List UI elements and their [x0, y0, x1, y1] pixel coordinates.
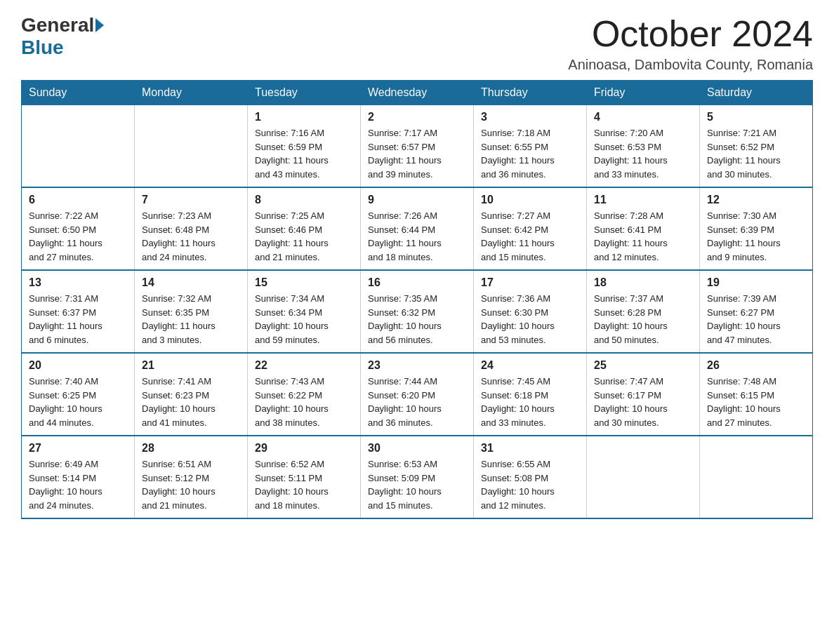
calendar-cell: 28Sunrise: 6:51 AMSunset: 5:12 PMDayligh…	[135, 436, 248, 518]
calendar-cell: 21Sunrise: 7:41 AMSunset: 6:23 PMDayligh…	[135, 353, 248, 436]
day-number: 11	[594, 194, 692, 206]
day-of-week-friday: Friday	[587, 81, 700, 105]
calendar-cell	[135, 105, 248, 188]
day-number: 16	[368, 276, 466, 289]
calendar-cell: 18Sunrise: 7:37 AMSunset: 6:28 PMDayligh…	[587, 270, 700, 353]
day-info: Sunrise: 7:47 AMSunset: 6:17 PMDaylight:…	[594, 375, 692, 429]
day-number: 13	[29, 276, 127, 289]
day-info: Sunrise: 7:31 AMSunset: 6:37 PMDaylight:…	[29, 292, 127, 347]
day-number: 1	[255, 111, 353, 123]
calendar-cell: 22Sunrise: 7:43 AMSunset: 6:22 PMDayligh…	[248, 353, 361, 436]
day-info: Sunrise: 7:28 AMSunset: 6:41 PMDaylight:…	[594, 209, 692, 264]
calendar-header: SundayMondayTuesdayWednesdayThursdayFrid…	[22, 81, 813, 105]
calendar-week-2: 6Sunrise: 7:22 AMSunset: 6:50 PMDaylight…	[22, 187, 813, 270]
calendar-cell: 17Sunrise: 7:36 AMSunset: 6:30 PMDayligh…	[474, 270, 587, 353]
day-info: Sunrise: 7:44 AMSunset: 6:20 PMDaylight:…	[368, 375, 466, 429]
calendar-cell: 1Sunrise: 7:16 AMSunset: 6:59 PMDaylight…	[248, 105, 361, 188]
day-number: 17	[481, 276, 579, 289]
day-info: Sunrise: 7:25 AMSunset: 6:46 PMDaylight:…	[255, 209, 353, 264]
calendar-cell: 23Sunrise: 7:44 AMSunset: 6:20 PMDayligh…	[361, 353, 474, 436]
day-info: Sunrise: 7:37 AMSunset: 6:28 PMDaylight:…	[594, 292, 692, 347]
day-number: 24	[481, 359, 579, 372]
day-number: 29	[255, 442, 353, 455]
day-info: Sunrise: 7:18 AMSunset: 6:55 PMDaylight:…	[481, 126, 579, 181]
day-number: 9	[368, 194, 466, 206]
calendar-cell: 31Sunrise: 6:55 AMSunset: 5:08 PMDayligh…	[474, 436, 587, 518]
day-info: Sunrise: 7:22 AMSunset: 6:50 PMDaylight:…	[29, 209, 127, 264]
calendar-cell: 27Sunrise: 6:49 AMSunset: 5:14 PMDayligh…	[22, 436, 135, 518]
day-number: 6	[29, 194, 127, 206]
calendar-cell: 14Sunrise: 7:32 AMSunset: 6:35 PMDayligh…	[135, 270, 248, 353]
day-info: Sunrise: 7:32 AMSunset: 6:35 PMDaylight:…	[142, 292, 240, 347]
day-of-week-tuesday: Tuesday	[248, 81, 361, 105]
day-info: Sunrise: 6:49 AMSunset: 5:14 PMDaylight:…	[29, 457, 127, 512]
day-info: Sunrise: 7:23 AMSunset: 6:48 PMDaylight:…	[142, 209, 240, 264]
calendar-cell: 19Sunrise: 7:39 AMSunset: 6:27 PMDayligh…	[700, 270, 813, 353]
day-number: 15	[255, 276, 353, 289]
day-of-week-monday: Monday	[135, 81, 248, 105]
calendar-cell: 8Sunrise: 7:25 AMSunset: 6:46 PMDaylight…	[248, 187, 361, 270]
calendar-cell: 5Sunrise: 7:21 AMSunset: 6:52 PMDaylight…	[700, 105, 813, 188]
day-number: 18	[594, 276, 692, 289]
calendar-table: SundayMondayTuesdayWednesdayThursdayFrid…	[21, 80, 813, 519]
calendar-cell: 6Sunrise: 7:22 AMSunset: 6:50 PMDaylight…	[22, 187, 135, 270]
day-of-week-thursday: Thursday	[474, 81, 587, 105]
calendar-cell: 7Sunrise: 7:23 AMSunset: 6:48 PMDaylight…	[135, 187, 248, 270]
day-number: 4	[594, 111, 692, 123]
day-info: Sunrise: 7:41 AMSunset: 6:23 PMDaylight:…	[142, 375, 240, 429]
day-number: 26	[707, 359, 805, 372]
page-header: General Blue October 2024 Aninoasa, Damb…	[21, 14, 813, 73]
calendar-body: 1Sunrise: 7:16 AMSunset: 6:59 PMDaylight…	[22, 105, 813, 519]
calendar-cell: 30Sunrise: 6:53 AMSunset: 5:09 PMDayligh…	[361, 436, 474, 518]
day-number: 27	[29, 442, 127, 455]
day-info: Sunrise: 7:21 AMSunset: 6:52 PMDaylight:…	[707, 126, 805, 181]
calendar-week-4: 20Sunrise: 7:40 AMSunset: 6:25 PMDayligh…	[22, 353, 813, 436]
day-number: 3	[481, 111, 579, 123]
day-number: 23	[368, 359, 466, 372]
calendar-cell: 20Sunrise: 7:40 AMSunset: 6:25 PMDayligh…	[22, 353, 135, 436]
day-info: Sunrise: 6:51 AMSunset: 5:12 PMDaylight:…	[142, 457, 240, 512]
day-info: Sunrise: 7:27 AMSunset: 6:42 PMDaylight:…	[481, 209, 579, 264]
day-info: Sunrise: 7:48 AMSunset: 6:15 PMDaylight:…	[707, 375, 805, 429]
calendar-cell: 24Sunrise: 7:45 AMSunset: 6:18 PMDayligh…	[474, 353, 587, 436]
day-info: Sunrise: 6:55 AMSunset: 5:08 PMDaylight:…	[481, 457, 579, 512]
calendar-cell: 9Sunrise: 7:26 AMSunset: 6:44 PMDaylight…	[361, 187, 474, 270]
calendar-cell	[587, 436, 700, 518]
calendar-cell: 29Sunrise: 6:52 AMSunset: 5:11 PMDayligh…	[248, 436, 361, 518]
calendar-week-3: 13Sunrise: 7:31 AMSunset: 6:37 PMDayligh…	[22, 270, 813, 353]
day-number: 20	[29, 359, 127, 372]
day-info: Sunrise: 7:45 AMSunset: 6:18 PMDaylight:…	[481, 375, 579, 429]
day-info: Sunrise: 6:52 AMSunset: 5:11 PMDaylight:…	[255, 457, 353, 512]
calendar-cell: 10Sunrise: 7:27 AMSunset: 6:42 PMDayligh…	[474, 187, 587, 270]
logo-blue-text: Blue	[21, 36, 64, 59]
day-info: Sunrise: 7:43 AMSunset: 6:22 PMDaylight:…	[255, 375, 353, 429]
location-text: Aninoasa, Dambovita County, Romania	[568, 57, 813, 73]
day-number: 28	[142, 442, 240, 455]
day-info: Sunrise: 6:53 AMSunset: 5:09 PMDaylight:…	[368, 457, 466, 512]
day-number: 30	[368, 442, 466, 455]
calendar-cell: 3Sunrise: 7:18 AMSunset: 6:55 PMDaylight…	[474, 105, 587, 188]
calendar-cell: 12Sunrise: 7:30 AMSunset: 6:39 PMDayligh…	[700, 187, 813, 270]
day-of-week-sunday: Sunday	[22, 81, 135, 105]
day-info: Sunrise: 7:20 AMSunset: 6:53 PMDaylight:…	[594, 126, 692, 181]
day-info: Sunrise: 7:40 AMSunset: 6:25 PMDaylight:…	[29, 375, 127, 429]
day-info: Sunrise: 7:36 AMSunset: 6:30 PMDaylight:…	[481, 292, 579, 347]
calendar-cell: 4Sunrise: 7:20 AMSunset: 6:53 PMDaylight…	[587, 105, 700, 188]
day-number: 22	[255, 359, 353, 372]
logo: General Blue	[21, 14, 105, 59]
day-info: Sunrise: 7:16 AMSunset: 6:59 PMDaylight:…	[255, 126, 353, 181]
day-number: 25	[594, 359, 692, 372]
day-number: 14	[142, 276, 240, 289]
calendar-cell	[22, 105, 135, 188]
calendar-cell: 25Sunrise: 7:47 AMSunset: 6:17 PMDayligh…	[587, 353, 700, 436]
logo-general-text: General	[21, 14, 94, 36]
calendar-cell: 16Sunrise: 7:35 AMSunset: 6:32 PMDayligh…	[361, 270, 474, 353]
day-info: Sunrise: 7:17 AMSunset: 6:57 PMDaylight:…	[368, 126, 466, 181]
day-number: 7	[142, 194, 240, 206]
day-number: 12	[707, 194, 805, 206]
day-number: 8	[255, 194, 353, 206]
calendar-week-5: 27Sunrise: 6:49 AMSunset: 5:14 PMDayligh…	[22, 436, 813, 518]
calendar-week-1: 1Sunrise: 7:16 AMSunset: 6:59 PMDaylight…	[22, 105, 813, 188]
day-info: Sunrise: 7:39 AMSunset: 6:27 PMDaylight:…	[707, 292, 805, 347]
day-number: 21	[142, 359, 240, 372]
